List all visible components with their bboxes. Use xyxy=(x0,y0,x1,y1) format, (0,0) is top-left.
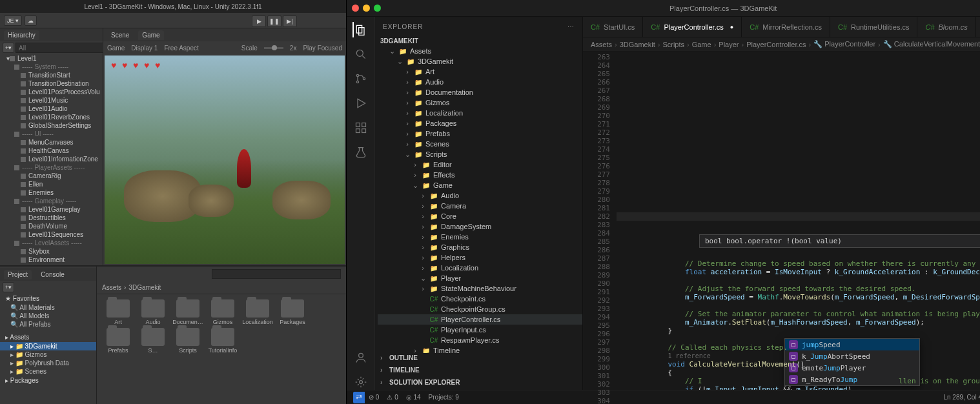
source-control-icon[interactable] xyxy=(353,71,369,86)
status-ln-col[interactable]: Ln 289, Col 43 xyxy=(943,394,980,401)
minimize-icon[interactable] xyxy=(363,5,370,12)
tree-item[interactable]: C#Checkpoint.cs xyxy=(378,294,582,304)
hierarchy-item[interactable]: ▾ Level1 xyxy=(0,54,103,63)
timeline-section[interactable]: TIMELINE xyxy=(375,365,582,375)
tree-item[interactable]: 📁Graphics xyxy=(378,242,582,252)
hierarchy-item[interactable]: Level01PostProcessVolu xyxy=(0,88,103,96)
account-button[interactable]: JE ▾ xyxy=(4,15,22,26)
project-folder-grid[interactable]: ArtAudioDocumen…GizmosLocalizationPackag… xyxy=(97,294,346,404)
tree-item[interactable]: 📁Localization xyxy=(378,263,582,273)
hierarchy-item[interactable]: TransitionStart xyxy=(0,71,103,79)
search-icon[interactable] xyxy=(353,46,369,62)
aspect-dropdown[interactable]: Free Aspect xyxy=(164,45,198,52)
settings-icon[interactable] xyxy=(353,374,369,390)
tree-item[interactable]: 📁3DGamekit xyxy=(378,56,582,66)
breadcrumb-segment[interactable]: Assets xyxy=(591,41,612,48)
hierarchy-item[interactable]: Enemies xyxy=(0,188,103,197)
tree-item[interactable]: C#PlayerController.cs xyxy=(378,314,582,325)
tree-item[interactable]: 📁Enemies xyxy=(378,232,582,242)
tree-item[interactable]: 📁Scripts xyxy=(378,149,582,159)
code-line[interactable]: m_Animator.SetFloat(m_HashForwardSpeed, … xyxy=(617,318,980,327)
code-line[interactable]: // Set the animator parameter to control… xyxy=(617,310,980,318)
tree-item[interactable]: 📁Audio xyxy=(378,190,582,201)
assets-header[interactable]: ▸ Assets xyxy=(0,332,96,342)
tree-item[interactable]: 📁Assets xyxy=(378,46,582,56)
code-line[interactable]: // Determine change to speed based on wh… xyxy=(617,259,980,268)
tree-item[interactable]: 📁Player xyxy=(378,273,582,283)
window-controls[interactable] xyxy=(352,5,381,12)
project-folder[interactable]: Documen… xyxy=(172,299,204,325)
code-line[interactable] xyxy=(617,301,980,310)
game-view[interactable]: ♥ ♥ ♥ ♥ ♥ xyxy=(105,56,345,264)
editor-tab[interactable]: C#RuntimeUtilities.cs xyxy=(830,17,918,37)
hierarchy-item[interactable]: ----- UI ----- xyxy=(0,130,103,138)
hierarchy-item[interactable]: ----- PlayerAssets ----- xyxy=(0,163,103,172)
step-button[interactable]: ▶| xyxy=(283,15,297,27)
asset-folder-item[interactable]: ▸ 📁 Gizmos xyxy=(0,350,96,359)
hierarchy-item[interactable]: GlobalShaderSettings xyxy=(0,121,103,130)
tab-scene[interactable]: Scene xyxy=(107,30,133,40)
editor-tab[interactable]: C#MirrorReflection.cs xyxy=(742,17,830,37)
project-folder[interactable]: TutorialInfo xyxy=(207,328,239,354)
tree-item[interactable]: 📁Core xyxy=(378,211,582,221)
close-icon[interactable] xyxy=(352,5,359,12)
editor-tab[interactable]: C#PlayerController.cs xyxy=(643,17,742,37)
remote-button[interactable]: ⮂ xyxy=(353,392,365,403)
tree-item[interactable]: C#CheckpointGroup.cs xyxy=(378,304,582,314)
hierarchy-item[interactable]: Ellen xyxy=(0,180,103,188)
hierarchy-item[interactable]: Level01InformationZone xyxy=(0,155,103,163)
code-line[interactable]: m_ForwardSpeed = Mathf.MoveTowards(m_For… xyxy=(617,293,980,301)
hierarchy-item[interactable]: Skybox xyxy=(0,247,103,256)
tree-item[interactable]: 📁Editor xyxy=(378,159,582,170)
tree-item[interactable]: 📁Timeline xyxy=(378,345,582,353)
tab-hierarchy[interactable]: Hierarchy xyxy=(4,30,39,40)
line-gutter[interactable]: 2632642652662672682692702712722732742752… xyxy=(583,52,617,390)
code-line[interactable] xyxy=(617,335,980,343)
tree-item[interactable]: 📁Packages xyxy=(378,118,582,128)
tree-item[interactable]: 📁Gizmos xyxy=(378,97,582,108)
hierarchy-item[interactable]: Level01Audio xyxy=(0,105,103,113)
tree-item[interactable]: 📁Audio xyxy=(378,77,582,87)
tab-console[interactable]: Console xyxy=(37,270,68,279)
testing-icon[interactable] xyxy=(353,145,369,160)
play-focused[interactable]: Play Focused xyxy=(303,45,342,52)
project-folder[interactable]: Scripts xyxy=(172,328,204,354)
status-proj-count[interactable]: ◎ 14 xyxy=(406,394,421,401)
breadcrumb-segment[interactable]: Game xyxy=(692,41,711,48)
breadcrumb-segment[interactable]: PlayerController.cs xyxy=(746,41,806,48)
project-folder[interactable]: Gizmos xyxy=(207,299,239,325)
hierarchy-item[interactable]: ----- System ----- xyxy=(0,63,103,71)
code-editor[interactable]: 2632642652662672682692702712722732742752… xyxy=(583,52,980,390)
tree-item[interactable]: 📁Localization xyxy=(378,108,582,118)
hierarchy-item[interactable]: Level01Music xyxy=(0,96,103,105)
tree-item[interactable]: 📁StateMachineBehaviour xyxy=(378,283,582,294)
project-search[interactable] xyxy=(212,269,341,279)
code-line[interactable]: if (!m_Input.JumpInput && m_IsGrounded) xyxy=(617,385,980,390)
hierarchy-item[interactable]: MenuCanvases xyxy=(0,138,103,146)
tree-item[interactable]: C#RespawnPlayer.cs xyxy=(378,335,582,345)
hierarchy-list[interactable]: ▾ Level1----- System -----TransitionStar… xyxy=(0,54,103,265)
tree-item[interactable]: 📁Art xyxy=(378,66,582,77)
vscode-titlebar[interactable]: PlayerController.cs — 3DGameKit ◧ ⬓ ◨ ▦ xyxy=(347,0,980,17)
outline-section[interactable]: OUTLINE xyxy=(375,353,582,363)
tree-item[interactable]: 📁Game xyxy=(378,180,582,190)
favorite-item[interactable]: 🔍 All Prefabs xyxy=(0,320,96,328)
code-line[interactable]: // Called each physics step. xyxy=(617,343,980,352)
breadcrumb-segment[interactable]: Scripts xyxy=(662,41,684,48)
hierarchy-item[interactable]: DeathVolume xyxy=(0,222,103,230)
hierarchy-item[interactable]: Level01ReverbZones xyxy=(0,113,103,121)
code-line[interactable]: } xyxy=(617,327,980,335)
code-line[interactable]: float acceleration = IsMoveInput ? k_Gro… xyxy=(617,268,980,276)
project-folder[interactable]: S… xyxy=(137,328,169,354)
tree-item[interactable]: 📁Effects xyxy=(378,170,582,180)
code-line[interactable] xyxy=(617,276,980,285)
project-folder[interactable]: Localization xyxy=(241,299,274,325)
explorer-more-icon[interactable]: ⋯ xyxy=(567,23,575,30)
tab-game[interactable]: Game xyxy=(138,30,163,40)
editor-tab[interactable]: C#Bloom.cs xyxy=(917,17,975,37)
tree-item[interactable]: 📁Helpers xyxy=(378,252,582,263)
tree-item[interactable]: 📁Camera xyxy=(378,201,582,211)
project-section-header[interactable]: 3DGAMEKIT xyxy=(375,36,582,46)
hierarchy-search[interactable] xyxy=(15,43,104,53)
hierarchy-item[interactable]: Environment xyxy=(0,256,103,264)
